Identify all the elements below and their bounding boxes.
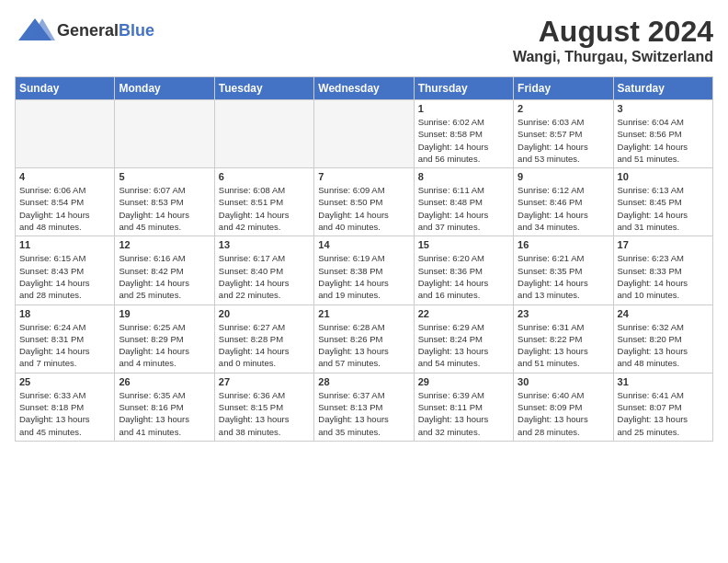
day-info: Sunrise: 6:19 AMSunset: 8:38 PMDaylight:…: [318, 252, 409, 301]
day-info: Sunrise: 6:36 AMSunset: 8:15 PMDaylight:…: [219, 389, 310, 438]
week-row-2: 4Sunrise: 6:06 AMSunset: 8:54 PMDaylight…: [16, 168, 713, 236]
calendar-cell: 26Sunrise: 6:35 AMSunset: 8:16 PMDayligh…: [115, 373, 214, 441]
day-info: Sunrise: 6:24 AMSunset: 8:31 PMDaylight:…: [19, 321, 110, 370]
day-number: 25: [19, 376, 110, 387]
day-info: Sunrise: 6:41 AMSunset: 8:07 PMDaylight:…: [618, 389, 709, 438]
calendar-cell: 17Sunrise: 6:23 AMSunset: 8:33 PMDayligh…: [613, 236, 712, 304]
day-header-saturday: Saturday: [613, 77, 712, 100]
calendar-header-row: SundayMondayTuesdayWednesdayThursdayFrid…: [16, 77, 713, 100]
calendar-cell: 6Sunrise: 6:08 AMSunset: 8:51 PMDaylight…: [214, 168, 313, 236]
day-number: 31: [618, 376, 709, 387]
calendar-cell: 8Sunrise: 6:11 AMSunset: 8:48 PMDaylight…: [414, 168, 513, 236]
logo-general: General: [57, 21, 119, 40]
calendar-cell: 24Sunrise: 6:32 AMSunset: 8:20 PMDayligh…: [613, 304, 712, 373]
day-info: Sunrise: 6:37 AMSunset: 8:13 PMDaylight:…: [318, 389, 409, 438]
week-row-1: 1Sunrise: 6:02 AMSunset: 8:58 PMDaylight…: [16, 100, 713, 168]
calendar-cell: [314, 100, 414, 168]
calendar-cell: 3Sunrise: 6:04 AMSunset: 8:56 PMDaylight…: [613, 100, 712, 168]
day-number: 27: [219, 376, 310, 387]
day-number: 15: [418, 239, 509, 250]
calendar-cell: [115, 100, 214, 168]
day-info: Sunrise: 6:15 AMSunset: 8:43 PMDaylight:…: [19, 252, 110, 301]
calendar-cell: 5Sunrise: 6:07 AMSunset: 8:53 PMDaylight…: [115, 168, 214, 236]
day-info: Sunrise: 6:21 AMSunset: 8:35 PMDaylight:…: [518, 252, 609, 301]
day-number: 7: [318, 171, 409, 182]
day-info: Sunrise: 6:08 AMSunset: 8:51 PMDaylight:…: [219, 184, 310, 233]
calendar-cell: 1Sunrise: 6:02 AMSunset: 8:58 PMDaylight…: [414, 100, 513, 168]
page-header: GeneralBlue August 2024 Wangi, Thurgau, …: [15, 15, 713, 65]
day-info: Sunrise: 6:29 AMSunset: 8:24 PMDaylight:…: [418, 321, 509, 370]
calendar-cell: 14Sunrise: 6:19 AMSunset: 8:38 PMDayligh…: [314, 236, 414, 304]
calendar-cell: 4Sunrise: 6:06 AMSunset: 8:54 PMDaylight…: [16, 168, 115, 236]
day-info: Sunrise: 6:11 AMSunset: 8:48 PMDaylight:…: [418, 184, 509, 233]
day-info: Sunrise: 6:23 AMSunset: 8:33 PMDaylight:…: [618, 252, 709, 301]
day-info: Sunrise: 6:12 AMSunset: 8:46 PMDaylight:…: [518, 184, 609, 233]
calendar-cell: 25Sunrise: 6:33 AMSunset: 8:18 PMDayligh…: [16, 373, 115, 441]
calendar-cell: 22Sunrise: 6:29 AMSunset: 8:24 PMDayligh…: [414, 304, 513, 373]
day-info: Sunrise: 6:04 AMSunset: 8:56 PMDaylight:…: [618, 116, 709, 165]
day-number: 13: [219, 239, 310, 250]
day-number: 26: [119, 376, 210, 387]
day-info: Sunrise: 6:13 AMSunset: 8:45 PMDaylight:…: [618, 184, 709, 233]
day-info: Sunrise: 6:28 AMSunset: 8:26 PMDaylight:…: [318, 321, 409, 370]
calendar-cell: 16Sunrise: 6:21 AMSunset: 8:35 PMDayligh…: [514, 236, 613, 304]
calendar-cell: 21Sunrise: 6:28 AMSunset: 8:26 PMDayligh…: [314, 304, 414, 373]
calendar-cell: 30Sunrise: 6:40 AMSunset: 8:09 PMDayligh…: [514, 373, 613, 441]
calendar-cell: 29Sunrise: 6:39 AMSunset: 8:11 PMDayligh…: [414, 373, 513, 441]
day-header-friday: Friday: [514, 77, 613, 100]
title-block: August 2024 Wangi, Thurgau, Switzerland: [513, 15, 713, 65]
calendar-cell: 2Sunrise: 6:03 AMSunset: 8:57 PMDaylight…: [514, 100, 613, 168]
day-info: Sunrise: 6:17 AMSunset: 8:40 PMDaylight:…: [219, 252, 310, 301]
day-info: Sunrise: 6:16 AMSunset: 8:42 PMDaylight:…: [119, 252, 210, 301]
day-info: Sunrise: 6:33 AMSunset: 8:18 PMDaylight:…: [19, 389, 110, 438]
logo-icon: [15, 15, 55, 46]
day-number: 24: [618, 308, 709, 319]
day-info: Sunrise: 6:06 AMSunset: 8:54 PMDaylight:…: [19, 184, 110, 233]
day-number: 19: [119, 308, 210, 319]
calendar-cell: [214, 100, 313, 168]
day-info: Sunrise: 6:27 AMSunset: 8:28 PMDaylight:…: [219, 321, 310, 370]
calendar-cell: 13Sunrise: 6:17 AMSunset: 8:40 PMDayligh…: [214, 236, 313, 304]
day-number: 20: [219, 308, 310, 319]
day-info: Sunrise: 6:31 AMSunset: 8:22 PMDaylight:…: [518, 321, 609, 370]
week-row-4: 18Sunrise: 6:24 AMSunset: 8:31 PMDayligh…: [16, 304, 713, 373]
day-info: Sunrise: 6:35 AMSunset: 8:16 PMDaylight:…: [119, 389, 210, 438]
day-header-wednesday: Wednesday: [314, 77, 414, 100]
logo-blue: Blue: [119, 21, 154, 40]
day-number: 28: [318, 376, 409, 387]
day-info: Sunrise: 6:40 AMSunset: 8:09 PMDaylight:…: [518, 389, 609, 438]
day-number: 1: [418, 103, 509, 114]
month-year: August 2024: [513, 15, 713, 49]
day-info: Sunrise: 6:20 AMSunset: 8:36 PMDaylight:…: [418, 252, 509, 301]
day-number: 12: [119, 239, 210, 250]
calendar-cell: 15Sunrise: 6:20 AMSunset: 8:36 PMDayligh…: [414, 236, 513, 304]
calendar-cell: 28Sunrise: 6:37 AMSunset: 8:13 PMDayligh…: [314, 373, 414, 441]
day-number: 2: [518, 103, 609, 114]
day-info: Sunrise: 6:39 AMSunset: 8:11 PMDaylight:…: [418, 389, 509, 438]
calendar-cell: 7Sunrise: 6:09 AMSunset: 8:50 PMDaylight…: [314, 168, 414, 236]
day-header-monday: Monday: [115, 77, 214, 100]
day-number: 30: [518, 376, 609, 387]
day-number: 11: [19, 239, 110, 250]
day-number: 16: [518, 239, 609, 250]
day-number: 14: [318, 239, 409, 250]
week-row-3: 11Sunrise: 6:15 AMSunset: 8:43 PMDayligh…: [16, 236, 713, 304]
calendar-cell: 18Sunrise: 6:24 AMSunset: 8:31 PMDayligh…: [16, 304, 115, 373]
day-header-sunday: Sunday: [16, 77, 115, 100]
calendar-cell: 11Sunrise: 6:15 AMSunset: 8:43 PMDayligh…: [16, 236, 115, 304]
day-info: Sunrise: 6:02 AMSunset: 8:58 PMDaylight:…: [418, 116, 509, 165]
day-number: 8: [418, 171, 509, 182]
calendar-cell: 9Sunrise: 6:12 AMSunset: 8:46 PMDaylight…: [514, 168, 613, 236]
day-number: 21: [318, 308, 409, 319]
calendar-cell: 19Sunrise: 6:25 AMSunset: 8:29 PMDayligh…: [115, 304, 214, 373]
calendar-cell: 12Sunrise: 6:16 AMSunset: 8:42 PMDayligh…: [115, 236, 214, 304]
day-number: 10: [618, 171, 709, 182]
calendar-cell: 23Sunrise: 6:31 AMSunset: 8:22 PMDayligh…: [514, 304, 613, 373]
day-info: Sunrise: 6:25 AMSunset: 8:29 PMDaylight:…: [119, 321, 210, 370]
day-number: 6: [219, 171, 310, 182]
day-info: Sunrise: 6:32 AMSunset: 8:20 PMDaylight:…: [618, 321, 709, 370]
day-number: 29: [418, 376, 509, 387]
day-number: 9: [518, 171, 609, 182]
day-number: 18: [19, 308, 110, 319]
logo: GeneralBlue: [15, 15, 154, 46]
